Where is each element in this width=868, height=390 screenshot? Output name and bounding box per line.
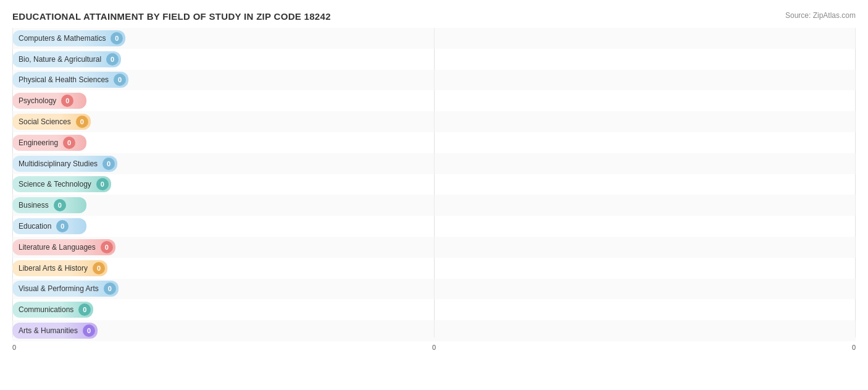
bar-row: Science & Technology0: [12, 174, 856, 195]
bar-row: Arts & Humanities0: [12, 320, 856, 341]
bar-label: Business: [19, 201, 49, 210]
bar-label: Liberal Arts & History: [19, 264, 88, 273]
bar-row: Literature & Languages0: [12, 237, 856, 258]
bar-label: Bio, Nature & Agricultural: [19, 55, 101, 64]
chart-body: Computers & Mathematics0Bio, Nature & Ag…: [12, 28, 856, 351]
bar-pill: Communications0: [12, 302, 93, 318]
bar-row: Liberal Arts & History0: [12, 258, 856, 279]
bar-label: Arts & Humanities: [19, 326, 78, 335]
bar-value-badge: 0: [54, 199, 66, 211]
bar-label: Psychology: [19, 96, 56, 105]
bar-row: Education0: [12, 216, 856, 237]
bar-value-badge: 0: [96, 178, 109, 190]
bar-pill: Liberal Arts & History0: [12, 260, 107, 276]
bar-label: Multidisciplinary Studies: [19, 159, 98, 168]
bar-row: Psychology0: [12, 90, 856, 111]
bar-value-badge: 0: [83, 324, 95, 337]
bar-label: Science & Technology: [19, 180, 91, 189]
bar-value-badge: 0: [78, 303, 91, 316]
bar-pill: Engineering0: [12, 135, 86, 151]
chart-source: Source: ZipAtlas.com: [785, 11, 856, 20]
bar-value-badge: 0: [104, 282, 116, 295]
bar-label: Visual & Performing Arts: [19, 284, 99, 293]
bar-row: Business0: [12, 195, 856, 216]
bar-pill: Bio, Nature & Agricultural0: [12, 51, 121, 67]
bar-label: Literature & Languages: [19, 243, 96, 252]
bar-value-badge: 0: [101, 241, 113, 253]
bar-pill: Multidisciplinary Studies0: [12, 156, 117, 172]
x-axis-label: 0: [12, 344, 16, 351]
bar-label: Computers & Mathematics: [19, 34, 106, 43]
bar-row: Engineering0: [12, 132, 856, 153]
chart-container: EDUCATIONAL ATTAINMENT BY FIELD OF STUDY…: [0, 0, 868, 390]
bar-label: Engineering: [19, 138, 58, 147]
x-axis-label: 0: [432, 344, 436, 351]
bar-value-badge: 0: [106, 53, 119, 66]
bar-pill: Business0: [12, 197, 86, 213]
bar-label: Social Sciences: [19, 117, 71, 126]
bar-pill: Education0: [12, 218, 86, 234]
bar-value-badge: 0: [63, 137, 75, 149]
bar-pill: Psychology0: [12, 93, 86, 109]
bar-value-badge: 0: [102, 158, 115, 170]
bar-pill: Science & Technology0: [12, 176, 111, 192]
bar-label: Education: [19, 222, 51, 231]
bar-label: Physical & Health Sciences: [19, 75, 109, 84]
bar-rows-container: Computers & Mathematics0Bio, Nature & Ag…: [12, 28, 856, 341]
x-axis-label: 0: [852, 344, 856, 351]
bar-pill: Computers & Mathematics0: [12, 30, 125, 46]
bar-label: Communications: [19, 305, 73, 314]
bar-value-badge: 0: [93, 262, 105, 274]
bar-value-badge: 0: [76, 116, 88, 128]
x-axis: 000: [12, 344, 856, 351]
bar-value-badge: 0: [111, 32, 123, 45]
bar-row: Social Sciences0: [12, 111, 856, 132]
bar-pill: Arts & Humanities0: [12, 323, 98, 339]
bar-value-badge: 0: [61, 95, 73, 107]
bar-row: Physical & Health Sciences0: [12, 70, 856, 91]
bar-row: Computers & Mathematics0: [12, 28, 856, 49]
chart-header: EDUCATIONAL ATTAINMENT BY FIELD OF STUDY…: [12, 11, 856, 22]
bar-row: Visual & Performing Arts0: [12, 279, 856, 300]
bar-row: Bio, Nature & Agricultural0: [12, 49, 856, 70]
bar-row: Communications0: [12, 299, 856, 320]
bar-pill: Literature & Languages0: [12, 239, 115, 255]
bar-pill: Visual & Performing Arts0: [12, 281, 119, 297]
bar-pill: Social Sciences0: [12, 114, 91, 130]
bar-row: Multidisciplinary Studies0: [12, 153, 856, 174]
bars-area: Computers & Mathematics0Bio, Nature & Ag…: [12, 28, 856, 351]
chart-title: EDUCATIONAL ATTAINMENT BY FIELD OF STUDY…: [12, 11, 331, 22]
bar-value-badge: 0: [114, 74, 126, 86]
bar-pill: Physical & Health Sciences0: [12, 72, 128, 88]
bar-value-badge: 0: [56, 220, 69, 232]
